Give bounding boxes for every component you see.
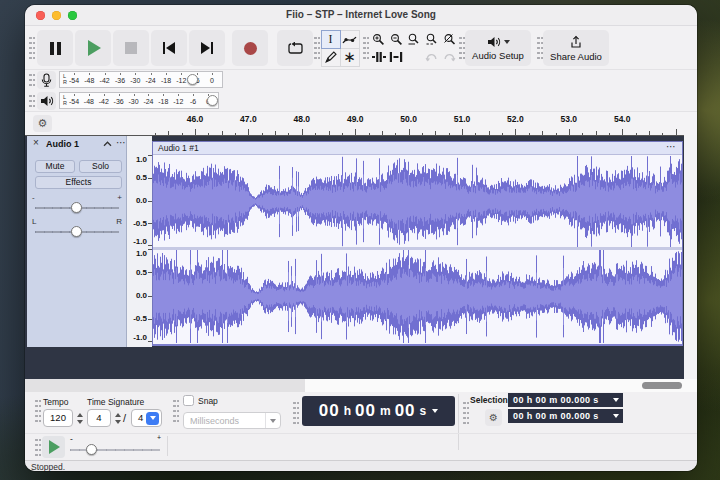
multi-tool-button[interactable]: ∗ — [340, 48, 360, 67]
clip-title: Audio 1 #1 — [158, 143, 199, 153]
time-signature-upper-input[interactable]: 4 — [87, 409, 111, 427]
tools-toolbar-grip[interactable] — [314, 36, 320, 60]
meter-scale-tick — [181, 73, 182, 75]
silence-audio-button[interactable] — [388, 48, 406, 66]
selection-toolbar-grip[interactable] — [463, 401, 469, 425]
zoom-out-button[interactable] — [388, 30, 406, 48]
zoom-toolbar-grip[interactable] — [363, 36, 369, 60]
snap-checkbox[interactable] — [183, 395, 194, 406]
effects-button[interactable]: Effects — [35, 176, 122, 189]
skip-to-start-button[interactable] — [151, 30, 187, 66]
pan-right-label: R — [116, 217, 122, 226]
time-signature-toolbar-grip[interactable] — [35, 399, 41, 425]
zoom-in-button[interactable] — [370, 30, 388, 48]
selection-label: Selection — [470, 395, 508, 405]
trim-audio-button[interactable] — [370, 48, 388, 66]
gear-icon: ⚙ — [489, 412, 498, 423]
share-audio-label: Share Audio — [550, 51, 602, 62]
time-toolbar-grip[interactable] — [293, 401, 299, 425]
play-at-speed-button[interactable] — [42, 436, 65, 458]
playback-level-slider[interactable] — [207, 95, 218, 106]
share-audio-button[interactable]: Share Audio — [543, 30, 609, 66]
speed-slider-track[interactable] — [70, 449, 160, 451]
tempo-stepper[interactable] — [75, 409, 84, 427]
title-bar: Fiio – STP – Internet Love Song — [25, 5, 697, 26]
skip-to-end-button[interactable] — [189, 30, 225, 66]
record-level-slider[interactable] — [187, 74, 198, 85]
horizontal-scrollbar-thumb[interactable] — [642, 382, 682, 389]
collapse-track-button[interactable] — [103, 141, 112, 147]
selection-start-field[interactable]: 00 h 00 m 00.000 s — [508, 393, 623, 407]
pan-slider-knob[interactable] — [71, 226, 82, 237]
track-menu-button[interactable]: ⋯ — [116, 137, 126, 148]
share-icon — [569, 35, 583, 49]
pause-button[interactable] — [37, 30, 73, 66]
audio-setup-button[interactable]: Audio Setup — [465, 30, 531, 66]
zoom-fit-selection-button[interactable] — [405, 30, 423, 48]
mute-button[interactable]: Mute — [35, 160, 75, 173]
waveform-channel-2[interactable] — [153, 250, 682, 343]
selection-end-field[interactable]: 00 h 00 m 00.000 s — [508, 409, 623, 423]
playback-meter[interactable]: L R -54-48-42-36-30-24-18-12-60 — [59, 92, 219, 109]
playback-meter-grip[interactable] — [29, 94, 35, 108]
recording-meter-grip[interactable] — [29, 73, 35, 87]
meter-scale-tick — [166, 73, 167, 75]
redo-button[interactable] — [440, 48, 458, 66]
snap-unit-select[interactable]: Milliseconds — [183, 412, 281, 429]
meter-scale-tick — [148, 94, 149, 96]
tempo-input[interactable]: 120 — [43, 409, 73, 427]
playback-device-button[interactable] — [37, 92, 56, 110]
speed-slider-knob[interactable] — [86, 444, 97, 455]
play-at-speed-grip[interactable] — [35, 438, 41, 456]
snap-toolbar-grip[interactable] — [173, 399, 179, 425]
solo-button[interactable]: Solo — [79, 160, 122, 173]
meter-scale-tick — [212, 73, 213, 75]
draw-tool-button[interactable] — [321, 48, 341, 67]
zoom-toggle-button[interactable] — [440, 30, 458, 48]
selection-options-button[interactable]: ⚙ — [485, 409, 502, 426]
record-button[interactable] — [232, 30, 268, 66]
timeline-label: 47.0 — [240, 114, 257, 124]
zoom-fit-project-button[interactable] — [423, 30, 441, 48]
amplitude-scale-label: -0.5 — [133, 219, 147, 228]
zoom-in-icon — [372, 33, 385, 46]
time-signature-lower-select[interactable]: 4 — [131, 409, 162, 427]
loop-button[interactable] — [277, 30, 313, 66]
timeline-options-button[interactable]: ⚙ — [33, 115, 52, 132]
transport-toolbar-grip[interactable] — [29, 36, 35, 60]
play-button[interactable] — [75, 30, 111, 66]
selection-tool-icon: I — [329, 32, 333, 47]
speed-min-label: - — [70, 434, 73, 444]
amplitude-scale-label: -1.0 — [133, 333, 147, 342]
waveform-channel-1[interactable] — [153, 156, 682, 247]
close-track-button[interactable]: × — [33, 137, 39, 148]
time-signature-stepper[interactable] — [113, 409, 122, 427]
undo-button[interactable] — [423, 48, 441, 66]
tempo-label: Tempo — [43, 397, 69, 407]
play-icon — [88, 40, 101, 56]
skip-to-start-icon — [163, 42, 175, 54]
timeline-label: 53.0 — [561, 114, 578, 124]
transport-toolbar — [37, 30, 313, 66]
record-meter[interactable]: L R -54-48-42-36-30-24-18-12-60 — [59, 71, 223, 88]
toolbar-separator — [458, 394, 459, 450]
selection-tool-button[interactable]: I — [321, 30, 341, 49]
vertical-scrollbar[interactable] — [684, 135, 697, 379]
gain-slider-knob[interactable] — [71, 202, 82, 213]
envelope-tool-button[interactable] — [340, 30, 360, 49]
edit-toolbar-spacer — [405, 48, 423, 66]
timeline-ruler[interactable]: 46.047.048.049.050.051.052.053.054.0 — [152, 112, 683, 136]
snap-select-chevron — [265, 413, 280, 428]
stop-button[interactable] — [113, 30, 149, 66]
vertical-scale-channel-2: 1.00.50.0-0.5-1.0 — [127, 249, 152, 342]
recording-device-button[interactable] — [37, 71, 56, 89]
track-name[interactable]: Audio 1 — [46, 139, 79, 149]
meter-scale-label: -30 — [130, 76, 140, 83]
meter-scale-label: -6 — [190, 97, 196, 104]
clip-menu-button[interactable]: ⋯ — [666, 141, 676, 152]
horizontal-scrollbar[interactable] — [305, 379, 697, 392]
clip-header[interactable]: Audio 1 #1 ⋯ — [153, 142, 682, 155]
window-title: Fiio – STP – Internet Love Song — [25, 9, 697, 20]
audio-position-display[interactable]: 00 h 00 m 00 s — [302, 396, 455, 426]
time-signature-divider: / — [123, 412, 126, 424]
